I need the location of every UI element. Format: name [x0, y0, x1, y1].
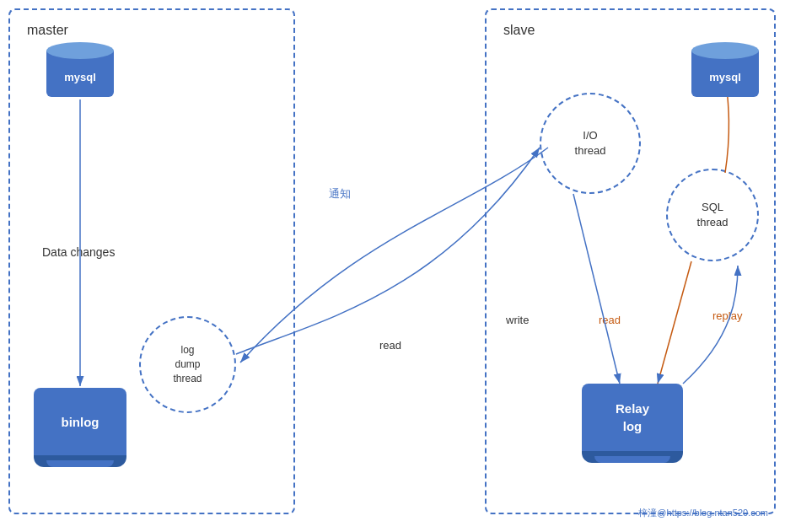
read-label: read [379, 337, 401, 352]
write-label: write [506, 312, 529, 327]
replay-label: replay [712, 308, 742, 323]
relay-log-scroll: Relaylog [582, 384, 683, 463]
relay-log-label: Relaylog [616, 400, 649, 435]
data-changes-label: Data changes [42, 245, 115, 260]
read2-label: read [599, 312, 621, 327]
binlog-scroll: binlog [34, 388, 126, 464]
tongzhi-label: 通知 [329, 185, 351, 202]
slave-mysql-cylinder: mysql [691, 42, 759, 97]
diagram-container: master slave mysql binlog Data changes l… [0, 0, 785, 532]
watermark: 梓潼@https://blog.ntan520.com [638, 507, 768, 519]
slave-mysql-label: mysql [709, 64, 741, 83]
master-mysql-cylinder: mysql [46, 42, 114, 97]
master-label: master [27, 23, 68, 38]
io-thread-circle: I/Othread [540, 93, 641, 194]
log-dump-thread-circle: logdumpthread [139, 316, 236, 413]
binlog-label: binlog [62, 415, 99, 429]
master-mysql-label: mysql [64, 64, 96, 83]
slave-label: slave [503, 23, 535, 38]
sql-thread-circle: SQLthread [666, 169, 759, 261]
